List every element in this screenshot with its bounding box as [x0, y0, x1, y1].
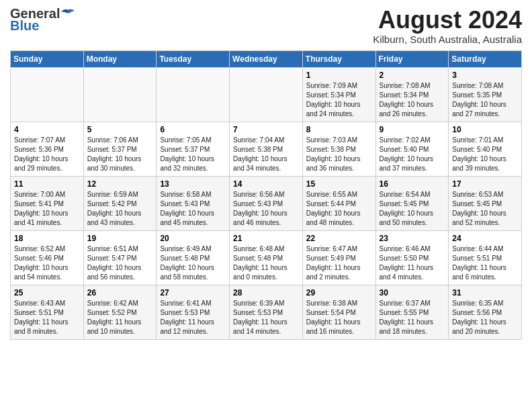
col-header-sunday: Sunday	[11, 50, 84, 67]
col-header-monday: Monday	[83, 50, 157, 67]
logo: General Blue	[10, 7, 75, 32]
calendar-cell: 9Sunrise: 7:02 AM Sunset: 5:40 PM Daylig…	[375, 122, 449, 176]
day-number: 26	[87, 288, 153, 298]
calendar-week-row: 4Sunrise: 7:07 AM Sunset: 5:36 PM Daylig…	[11, 122, 522, 176]
day-info: Sunrise: 6:38 AM Sunset: 5:54 PM Dayligh…	[306, 299, 372, 336]
location: Kilburn, South Australia, Australia	[373, 34, 522, 45]
calendar-week-row: 18Sunrise: 6:52 AM Sunset: 5:46 PM Dayli…	[11, 230, 522, 285]
day-info: Sunrise: 6:48 AM Sunset: 5:48 PM Dayligh…	[233, 244, 299, 282]
calendar-cell: 4Sunrise: 7:07 AM Sunset: 5:36 PM Daylig…	[11, 122, 84, 176]
calendar-cell: 5Sunrise: 7:06 AM Sunset: 5:37 PM Daylig…	[83, 122, 157, 176]
day-info: Sunrise: 6:56 AM Sunset: 5:43 PM Dayligh…	[233, 190, 299, 228]
day-info: Sunrise: 7:04 AM Sunset: 5:38 PM Dayligh…	[233, 136, 299, 173]
day-info: Sunrise: 6:49 AM Sunset: 5:48 PM Dayligh…	[160, 244, 226, 282]
col-header-friday: Friday	[375, 50, 449, 67]
day-number: 8	[306, 125, 372, 134]
day-info: Sunrise: 6:46 AM Sunset: 5:50 PM Dayligh…	[380, 244, 445, 282]
day-info: Sunrise: 6:51 AM Sunset: 5:47 PM Dayligh…	[87, 244, 153, 282]
calendar-cell: 22Sunrise: 6:47 AM Sunset: 5:49 PM Dayli…	[302, 230, 375, 285]
calendar-cell: 18Sunrise: 6:52 AM Sunset: 5:46 PM Dayli…	[11, 230, 84, 285]
calendar-cell: 20Sunrise: 6:49 AM Sunset: 5:48 PM Dayli…	[157, 230, 230, 285]
col-header-tuesday: Tuesday	[157, 50, 230, 67]
page: General Blue August 2024 Kilburn, South …	[0, 0, 532, 347]
calendar-cell: 30Sunrise: 6:37 AM Sunset: 5:55 PM Dayli…	[375, 285, 449, 339]
day-number: 7	[233, 125, 299, 134]
header: General Blue August 2024 Kilburn, South …	[10, 7, 522, 45]
calendar-cell: 23Sunrise: 6:46 AM Sunset: 5:50 PM Dayli…	[375, 230, 449, 285]
day-info: Sunrise: 7:02 AM Sunset: 5:40 PM Dayligh…	[380, 136, 445, 173]
col-header-saturday: Saturday	[449, 50, 522, 67]
day-info: Sunrise: 6:47 AM Sunset: 5:49 PM Dayligh…	[306, 244, 372, 282]
title-area: August 2024 Kilburn, South Australia, Au…	[373, 7, 522, 45]
day-number: 23	[380, 234, 445, 243]
day-info: Sunrise: 6:43 AM Sunset: 5:51 PM Dayligh…	[14, 299, 80, 336]
calendar-cell: 11Sunrise: 7:00 AM Sunset: 5:41 PM Dayli…	[11, 176, 84, 230]
day-number: 4	[14, 125, 80, 134]
day-number: 12	[87, 179, 153, 189]
calendar-cell: 31Sunrise: 6:35 AM Sunset: 5:56 PM Dayli…	[449, 285, 522, 339]
col-header-wednesday: Wednesday	[230, 50, 303, 67]
calendar-cell: 14Sunrise: 6:56 AM Sunset: 5:43 PM Dayli…	[230, 176, 303, 230]
calendar-cell: 12Sunrise: 6:59 AM Sunset: 5:42 PM Dayli…	[83, 176, 157, 230]
day-number: 13	[160, 179, 226, 189]
day-number: 10	[452, 125, 518, 134]
calendar-week-row: 25Sunrise: 6:43 AM Sunset: 5:51 PM Dayli…	[11, 285, 522, 339]
calendar-cell	[230, 67, 303, 122]
day-number: 27	[160, 288, 226, 298]
calendar-cell: 16Sunrise: 6:54 AM Sunset: 5:45 PM Dayli…	[375, 176, 449, 230]
calendar-cell: 15Sunrise: 6:55 AM Sunset: 5:44 PM Dayli…	[302, 176, 375, 230]
day-info: Sunrise: 7:05 AM Sunset: 5:37 PM Dayligh…	[160, 136, 226, 173]
day-number: 19	[87, 234, 153, 243]
day-info: Sunrise: 6:59 AM Sunset: 5:42 PM Dayligh…	[87, 190, 153, 228]
calendar-header-row: SundayMondayTuesdayWednesdayThursdayFrid…	[11, 50, 522, 67]
day-number: 11	[14, 179, 80, 189]
day-info: Sunrise: 6:54 AM Sunset: 5:45 PM Dayligh…	[380, 190, 445, 228]
day-info: Sunrise: 7:00 AM Sunset: 5:41 PM Dayligh…	[14, 190, 80, 228]
day-number: 30	[380, 288, 445, 298]
calendar-cell: 21Sunrise: 6:48 AM Sunset: 5:48 PM Dayli…	[230, 230, 303, 285]
day-number: 2	[380, 71, 445, 80]
logo-bird-icon	[61, 9, 75, 18]
day-number: 22	[306, 234, 372, 243]
day-number: 15	[306, 179, 372, 189]
calendar-cell: 2Sunrise: 7:08 AM Sunset: 5:34 PM Daylig…	[375, 67, 449, 122]
day-number: 21	[233, 234, 299, 243]
day-number: 6	[160, 125, 226, 134]
calendar-cell: 28Sunrise: 6:39 AM Sunset: 5:53 PM Dayli…	[230, 285, 303, 339]
day-info: Sunrise: 6:52 AM Sunset: 5:46 PM Dayligh…	[14, 244, 80, 282]
day-info: Sunrise: 6:44 AM Sunset: 5:51 PM Dayligh…	[452, 244, 518, 282]
calendar-cell	[11, 67, 84, 122]
calendar-cell: 1Sunrise: 7:09 AM Sunset: 5:34 PM Daylig…	[302, 67, 375, 122]
day-number: 17	[452, 179, 518, 189]
calendar-cell: 27Sunrise: 6:41 AM Sunset: 5:53 PM Dayli…	[157, 285, 230, 339]
calendar-cell: 24Sunrise: 6:44 AM Sunset: 5:51 PM Dayli…	[449, 230, 522, 285]
calendar-cell: 29Sunrise: 6:38 AM Sunset: 5:54 PM Dayli…	[302, 285, 375, 339]
day-number: 14	[233, 179, 299, 189]
calendar-cell: 25Sunrise: 6:43 AM Sunset: 5:51 PM Dayli…	[11, 285, 84, 339]
col-header-thursday: Thursday	[302, 50, 375, 67]
day-number: 24	[452, 234, 518, 243]
day-info: Sunrise: 6:35 AM Sunset: 5:56 PM Dayligh…	[452, 299, 518, 336]
day-info: Sunrise: 7:01 AM Sunset: 5:40 PM Dayligh…	[452, 136, 518, 173]
calendar-cell: 26Sunrise: 6:42 AM Sunset: 5:52 PM Dayli…	[83, 285, 157, 339]
calendar-cell: 6Sunrise: 7:05 AM Sunset: 5:37 PM Daylig…	[157, 122, 230, 176]
day-number: 29	[306, 288, 372, 298]
day-number: 31	[452, 288, 518, 298]
day-number: 20	[160, 234, 226, 243]
day-info: Sunrise: 7:06 AM Sunset: 5:37 PM Dayligh…	[87, 136, 153, 173]
calendar-cell: 3Sunrise: 7:08 AM Sunset: 5:35 PM Daylig…	[449, 67, 522, 122]
day-info: Sunrise: 6:58 AM Sunset: 5:43 PM Dayligh…	[160, 190, 226, 228]
day-number: 9	[380, 125, 445, 134]
calendar-cell	[83, 67, 157, 122]
day-number: 16	[380, 179, 445, 189]
day-number: 3	[452, 71, 518, 80]
calendar-cell: 13Sunrise: 6:58 AM Sunset: 5:43 PM Dayli…	[157, 176, 230, 230]
day-number: 28	[233, 288, 299, 298]
calendar-cell: 7Sunrise: 7:04 AM Sunset: 5:38 PM Daylig…	[230, 122, 303, 176]
day-number: 18	[14, 234, 80, 243]
day-info: Sunrise: 7:03 AM Sunset: 5:38 PM Dayligh…	[306, 136, 372, 173]
day-info: Sunrise: 7:07 AM Sunset: 5:36 PM Dayligh…	[14, 136, 80, 173]
day-number: 5	[87, 125, 153, 134]
day-info: Sunrise: 6:42 AM Sunset: 5:52 PM Dayligh…	[87, 299, 153, 336]
calendar-table: SundayMondayTuesdayWednesdayThursdayFrid…	[10, 50, 522, 340]
